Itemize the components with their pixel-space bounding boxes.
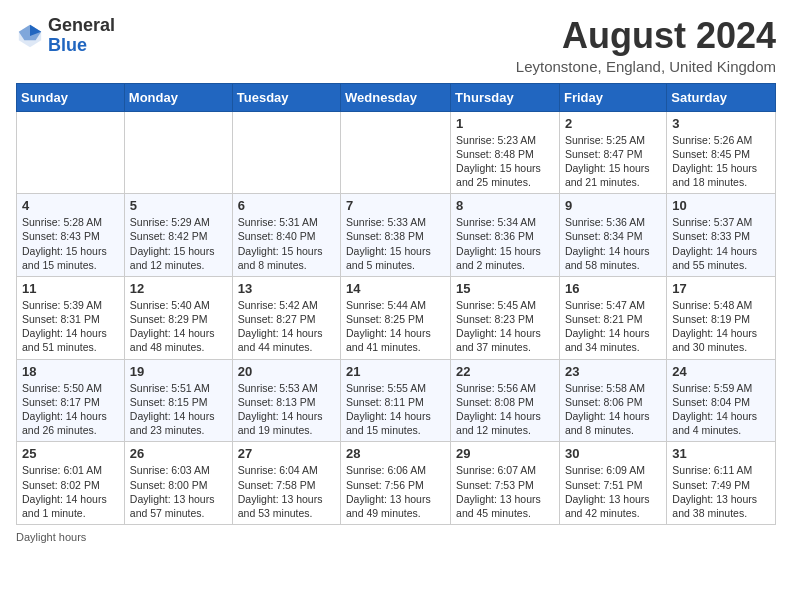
calendar-week-2: 4Sunrise: 5:28 AM Sunset: 8:43 PM Daylig… [17, 194, 776, 277]
day-number: 11 [22, 281, 119, 296]
day-info: Sunrise: 5:40 AM Sunset: 8:29 PM Dayligh… [130, 298, 227, 355]
day-info: Sunrise: 5:28 AM Sunset: 8:43 PM Dayligh… [22, 215, 119, 272]
day-info: Sunrise: 5:31 AM Sunset: 8:40 PM Dayligh… [238, 215, 335, 272]
calendar-cell: 22Sunrise: 5:56 AM Sunset: 8:08 PM Dayli… [451, 359, 560, 442]
location-subtitle: Leytonstone, England, United Kingdom [516, 58, 776, 75]
calendar-cell: 26Sunrise: 6:03 AM Sunset: 8:00 PM Dayli… [124, 442, 232, 525]
month-year-title: August 2024 [516, 16, 776, 56]
day-info: Sunrise: 5:25 AM Sunset: 8:47 PM Dayligh… [565, 133, 661, 190]
weekday-header-row: SundayMondayTuesdayWednesdayThursdayFrid… [17, 83, 776, 111]
calendar-week-1: 1Sunrise: 5:23 AM Sunset: 8:48 PM Daylig… [17, 111, 776, 194]
calendar-cell: 16Sunrise: 5:47 AM Sunset: 8:21 PM Dayli… [559, 276, 666, 359]
calendar-cell: 3Sunrise: 5:26 AM Sunset: 8:45 PM Daylig… [667, 111, 776, 194]
calendar-cell: 24Sunrise: 5:59 AM Sunset: 8:04 PM Dayli… [667, 359, 776, 442]
calendar-body: 1Sunrise: 5:23 AM Sunset: 8:48 PM Daylig… [17, 111, 776, 524]
day-number: 30 [565, 446, 661, 461]
calendar-cell: 6Sunrise: 5:31 AM Sunset: 8:40 PM Daylig… [232, 194, 340, 277]
calendar-cell: 18Sunrise: 5:50 AM Sunset: 8:17 PM Dayli… [17, 359, 125, 442]
calendar-cell: 13Sunrise: 5:42 AM Sunset: 8:27 PM Dayli… [232, 276, 340, 359]
day-number: 15 [456, 281, 554, 296]
day-info: Sunrise: 5:42 AM Sunset: 8:27 PM Dayligh… [238, 298, 335, 355]
day-info: Sunrise: 5:56 AM Sunset: 8:08 PM Dayligh… [456, 381, 554, 438]
day-info: Sunrise: 5:37 AM Sunset: 8:33 PM Dayligh… [672, 215, 770, 272]
calendar-cell [232, 111, 340, 194]
footer-note: Daylight hours [16, 531, 776, 543]
calendar-table: SundayMondayTuesdayWednesdayThursdayFrid… [16, 83, 776, 525]
day-number: 28 [346, 446, 445, 461]
day-number: 2 [565, 116, 661, 131]
day-info: Sunrise: 5:45 AM Sunset: 8:23 PM Dayligh… [456, 298, 554, 355]
day-info: Sunrise: 6:11 AM Sunset: 7:49 PM Dayligh… [672, 463, 770, 520]
weekday-header-friday: Friday [559, 83, 666, 111]
day-info: Sunrise: 6:04 AM Sunset: 7:58 PM Dayligh… [238, 463, 335, 520]
day-number: 18 [22, 364, 119, 379]
day-number: 24 [672, 364, 770, 379]
day-info: Sunrise: 5:26 AM Sunset: 8:45 PM Dayligh… [672, 133, 770, 190]
day-number: 22 [456, 364, 554, 379]
day-number: 7 [346, 198, 445, 213]
day-number: 14 [346, 281, 445, 296]
day-number: 27 [238, 446, 335, 461]
calendar-cell: 31Sunrise: 6:11 AM Sunset: 7:49 PM Dayli… [667, 442, 776, 525]
calendar-cell: 28Sunrise: 6:06 AM Sunset: 7:56 PM Dayli… [341, 442, 451, 525]
weekday-header-tuesday: Tuesday [232, 83, 340, 111]
calendar-cell [124, 111, 232, 194]
day-info: Sunrise: 5:34 AM Sunset: 8:36 PM Dayligh… [456, 215, 554, 272]
calendar-cell [17, 111, 125, 194]
day-info: Sunrise: 5:47 AM Sunset: 8:21 PM Dayligh… [565, 298, 661, 355]
day-info: Sunrise: 5:51 AM Sunset: 8:15 PM Dayligh… [130, 381, 227, 438]
day-number: 6 [238, 198, 335, 213]
calendar-cell: 21Sunrise: 5:55 AM Sunset: 8:11 PM Dayli… [341, 359, 451, 442]
page-header: General Blue August 2024 Leytonstone, En… [16, 16, 776, 75]
calendar-cell: 20Sunrise: 5:53 AM Sunset: 8:13 PM Dayli… [232, 359, 340, 442]
day-number: 29 [456, 446, 554, 461]
day-info: Sunrise: 6:07 AM Sunset: 7:53 PM Dayligh… [456, 463, 554, 520]
calendar-cell: 11Sunrise: 5:39 AM Sunset: 8:31 PM Dayli… [17, 276, 125, 359]
day-info: Sunrise: 5:59 AM Sunset: 8:04 PM Dayligh… [672, 381, 770, 438]
day-number: 13 [238, 281, 335, 296]
calendar-cell: 27Sunrise: 6:04 AM Sunset: 7:58 PM Dayli… [232, 442, 340, 525]
calendar-header: SundayMondayTuesdayWednesdayThursdayFrid… [17, 83, 776, 111]
day-number: 9 [565, 198, 661, 213]
day-number: 20 [238, 364, 335, 379]
calendar-cell: 23Sunrise: 5:58 AM Sunset: 8:06 PM Dayli… [559, 359, 666, 442]
day-number: 8 [456, 198, 554, 213]
calendar-week-4: 18Sunrise: 5:50 AM Sunset: 8:17 PM Dayli… [17, 359, 776, 442]
title-block: August 2024 Leytonstone, England, United… [516, 16, 776, 75]
day-number: 23 [565, 364, 661, 379]
day-info: Sunrise: 5:39 AM Sunset: 8:31 PM Dayligh… [22, 298, 119, 355]
calendar-cell: 9Sunrise: 5:36 AM Sunset: 8:34 PM Daylig… [559, 194, 666, 277]
day-info: Sunrise: 6:09 AM Sunset: 7:51 PM Dayligh… [565, 463, 661, 520]
calendar-cell: 30Sunrise: 6:09 AM Sunset: 7:51 PM Dayli… [559, 442, 666, 525]
day-number: 17 [672, 281, 770, 296]
weekday-header-monday: Monday [124, 83, 232, 111]
calendar-week-5: 25Sunrise: 6:01 AM Sunset: 8:02 PM Dayli… [17, 442, 776, 525]
day-info: Sunrise: 5:50 AM Sunset: 8:17 PM Dayligh… [22, 381, 119, 438]
day-number: 31 [672, 446, 770, 461]
calendar-cell: 5Sunrise: 5:29 AM Sunset: 8:42 PM Daylig… [124, 194, 232, 277]
calendar-cell: 15Sunrise: 5:45 AM Sunset: 8:23 PM Dayli… [451, 276, 560, 359]
day-info: Sunrise: 6:01 AM Sunset: 8:02 PM Dayligh… [22, 463, 119, 520]
calendar-cell: 2Sunrise: 5:25 AM Sunset: 8:47 PM Daylig… [559, 111, 666, 194]
calendar-cell: 8Sunrise: 5:34 AM Sunset: 8:36 PM Daylig… [451, 194, 560, 277]
day-number: 25 [22, 446, 119, 461]
calendar-cell: 17Sunrise: 5:48 AM Sunset: 8:19 PM Dayli… [667, 276, 776, 359]
logo-blue-text: Blue [48, 35, 87, 55]
day-info: Sunrise: 5:23 AM Sunset: 8:48 PM Dayligh… [456, 133, 554, 190]
calendar-cell: 4Sunrise: 5:28 AM Sunset: 8:43 PM Daylig… [17, 194, 125, 277]
calendar-cell: 12Sunrise: 5:40 AM Sunset: 8:29 PM Dayli… [124, 276, 232, 359]
day-number: 1 [456, 116, 554, 131]
day-number: 21 [346, 364, 445, 379]
weekday-header-wednesday: Wednesday [341, 83, 451, 111]
day-info: Sunrise: 5:48 AM Sunset: 8:19 PM Dayligh… [672, 298, 770, 355]
calendar-cell: 25Sunrise: 6:01 AM Sunset: 8:02 PM Dayli… [17, 442, 125, 525]
day-info: Sunrise: 5:58 AM Sunset: 8:06 PM Dayligh… [565, 381, 661, 438]
logo-general-text: General [48, 15, 115, 35]
logo: General Blue [16, 16, 115, 56]
day-number: 5 [130, 198, 227, 213]
day-info: Sunrise: 6:06 AM Sunset: 7:56 PM Dayligh… [346, 463, 445, 520]
day-number: 12 [130, 281, 227, 296]
calendar-cell: 10Sunrise: 5:37 AM Sunset: 8:33 PM Dayli… [667, 194, 776, 277]
day-info: Sunrise: 5:33 AM Sunset: 8:38 PM Dayligh… [346, 215, 445, 272]
day-info: Sunrise: 5:44 AM Sunset: 8:25 PM Dayligh… [346, 298, 445, 355]
